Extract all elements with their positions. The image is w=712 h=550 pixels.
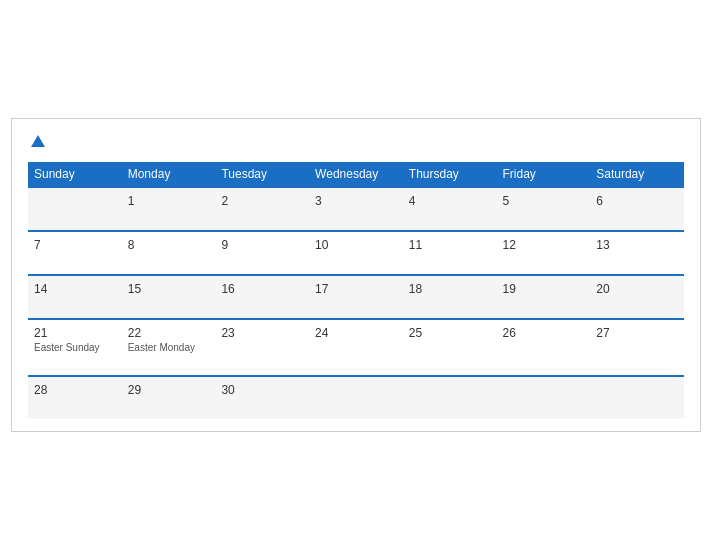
calendar-cell: [28, 187, 122, 231]
calendar-cell: 15: [122, 275, 216, 319]
calendar-cell: 6: [590, 187, 684, 231]
day-number: 17: [315, 282, 397, 296]
calendar-cell: [403, 376, 497, 419]
day-number: 15: [128, 282, 210, 296]
calendar-cell: 26: [497, 319, 591, 376]
calendar-cell: 14: [28, 275, 122, 319]
calendar-cell: 7: [28, 231, 122, 275]
calendar-cell: 12: [497, 231, 591, 275]
weekday-header-sunday: Sunday: [28, 162, 122, 187]
weekday-header-monday: Monday: [122, 162, 216, 187]
weekday-header-tuesday: Tuesday: [215, 162, 309, 187]
weekday-header-wednesday: Wednesday: [309, 162, 403, 187]
day-number: 5: [503, 194, 585, 208]
day-number: 21: [34, 326, 116, 340]
calendar-cell: 16: [215, 275, 309, 319]
calendar-cell: 29: [122, 376, 216, 419]
calendar-cell: 27: [590, 319, 684, 376]
day-number: 20: [596, 282, 678, 296]
day-number: 19: [503, 282, 585, 296]
calendar-cell: 18: [403, 275, 497, 319]
day-number: 23: [221, 326, 303, 340]
calendar-cell: [497, 376, 591, 419]
calendar-cell: 17: [309, 275, 403, 319]
day-number: 3: [315, 194, 397, 208]
calendar-cell: 25: [403, 319, 497, 376]
calendar-cell: 11: [403, 231, 497, 275]
day-number: 24: [315, 326, 397, 340]
calendar-cell: 30: [215, 376, 309, 419]
calendar-cell: 5: [497, 187, 591, 231]
calendar-week-row: 14151617181920: [28, 275, 684, 319]
day-number: 28: [34, 383, 116, 397]
day-number: 18: [409, 282, 491, 296]
calendar-cell: 20: [590, 275, 684, 319]
day-number: 13: [596, 238, 678, 252]
calendar-cell: 28: [28, 376, 122, 419]
logo-triangle-icon: [31, 135, 45, 147]
day-number: 16: [221, 282, 303, 296]
day-number: 4: [409, 194, 491, 208]
day-number: 9: [221, 238, 303, 252]
day-number: 26: [503, 326, 585, 340]
calendar-cell: 10: [309, 231, 403, 275]
logo: [28, 135, 45, 148]
calendar-week-row: 282930: [28, 376, 684, 419]
day-number: 8: [128, 238, 210, 252]
calendar-cell: 4: [403, 187, 497, 231]
holiday-label: Easter Monday: [128, 342, 210, 353]
calendar-cell: 24: [309, 319, 403, 376]
weekday-header-row: SundayMondayTuesdayWednesdayThursdayFrid…: [28, 162, 684, 187]
calendar-cell: 19: [497, 275, 591, 319]
calendar-cell: 9: [215, 231, 309, 275]
day-number: 1: [128, 194, 210, 208]
calendar-cell: 13: [590, 231, 684, 275]
weekday-header-friday: Friday: [497, 162, 591, 187]
calendar-cell: 3: [309, 187, 403, 231]
weekday-header-saturday: Saturday: [590, 162, 684, 187]
calendar-cell: 2: [215, 187, 309, 231]
day-number: 22: [128, 326, 210, 340]
day-number: 6: [596, 194, 678, 208]
calendar-table: SundayMondayTuesdayWednesdayThursdayFrid…: [28, 162, 684, 419]
day-number: 30: [221, 383, 303, 397]
calendar-week-row: 21Easter Sunday22Easter Monday2324252627: [28, 319, 684, 376]
day-number: 11: [409, 238, 491, 252]
calendar-cell: 22Easter Monday: [122, 319, 216, 376]
day-number: 10: [315, 238, 397, 252]
calendar-cell: [309, 376, 403, 419]
calendar-container: SundayMondayTuesdayWednesdayThursdayFrid…: [11, 118, 701, 432]
calendar-cell: 21Easter Sunday: [28, 319, 122, 376]
day-number: 12: [503, 238, 585, 252]
day-number: 7: [34, 238, 116, 252]
day-number: 25: [409, 326, 491, 340]
day-number: 14: [34, 282, 116, 296]
holiday-label: Easter Sunday: [34, 342, 116, 353]
calendar-week-row: 123456: [28, 187, 684, 231]
calendar-week-row: 78910111213: [28, 231, 684, 275]
calendar-cell: [590, 376, 684, 419]
calendar-cell: 23: [215, 319, 309, 376]
calendar-header: [28, 135, 684, 148]
calendar-cell: 1: [122, 187, 216, 231]
day-number: 27: [596, 326, 678, 340]
day-number: 29: [128, 383, 210, 397]
calendar-cell: 8: [122, 231, 216, 275]
day-number: 2: [221, 194, 303, 208]
weekday-header-thursday: Thursday: [403, 162, 497, 187]
logo-blue-text: [28, 135, 45, 148]
